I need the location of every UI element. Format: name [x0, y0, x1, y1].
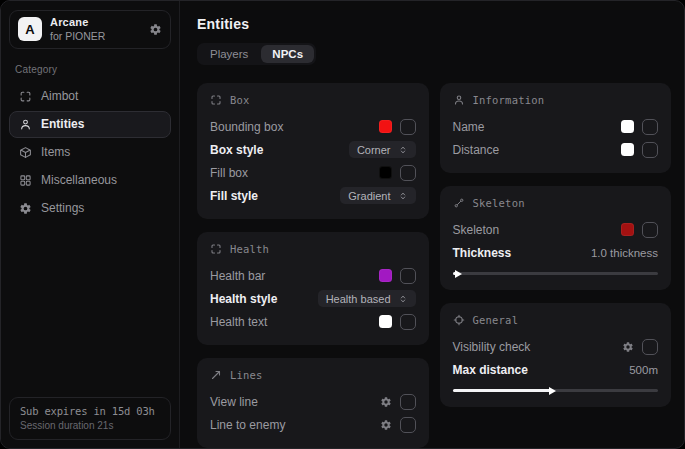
box-style-dropdown[interactable]: Corner [349, 141, 416, 158]
sidebar-item-items[interactable]: Items [9, 139, 171, 166]
diagonal-line-icon [210, 369, 222, 381]
thickness-slider[interactable] [453, 269, 659, 278]
slider-fill [453, 389, 552, 392]
setting-label: Health bar [210, 269, 265, 283]
brand-text: Arcane for PIONER [50, 16, 141, 43]
brand-subtitle: for PIONER [50, 30, 141, 43]
color-swatch[interactable] [621, 120, 634, 133]
sidebar-item-miscellaneous[interactable]: Miscellaneous [9, 167, 171, 194]
color-swatch[interactable] [379, 120, 392, 133]
checkbox[interactable] [400, 268, 416, 284]
entity-person-icon [19, 118, 32, 131]
sidebar-item-aimbot[interactable]: Aimbot [9, 83, 171, 110]
information-card: Information Name Distance [440, 83, 672, 173]
setting-row: Line to enemy [210, 413, 416, 436]
unfold-icon [398, 294, 408, 304]
dropdown-value: Corner [357, 144, 391, 156]
checkbox[interactable] [400, 314, 416, 330]
color-swatch[interactable] [379, 166, 392, 179]
person-icon [453, 94, 465, 106]
gear-icon[interactable] [380, 396, 392, 408]
slider-handle[interactable] [455, 270, 462, 278]
setting-label: Box style [210, 143, 263, 157]
max-distance-slider[interactable] [453, 386, 659, 395]
setting-row: View line [210, 390, 416, 413]
bone-icon [453, 197, 465, 209]
tab-bar: Players NPCs [197, 43, 316, 65]
color-swatch[interactable] [621, 143, 634, 156]
brand-card: A Arcane for PIONER [9, 10, 171, 49]
subscription-box: Sub expires in 15d 03h Session duration … [9, 397, 171, 440]
dropdown-value: Health based [326, 293, 391, 305]
sidebar-item-label: Entities [41, 117, 84, 131]
page-title: Entities [197, 16, 671, 32]
checkbox[interactable] [642, 142, 658, 158]
gear-icon [19, 202, 32, 215]
unfold-icon [398, 145, 408, 155]
skeleton-card: Skeleton Skeleton Thickness 1.0 thicknes… [440, 186, 672, 290]
setting-row: Box style Corner [210, 138, 416, 161]
unfold-icon [398, 191, 408, 201]
brackets-icon [210, 243, 222, 255]
setting-row: Bounding box [210, 115, 416, 138]
setting-row: Health text [210, 310, 416, 333]
card-title: General [473, 314, 519, 326]
slider-value: 500m [629, 364, 658, 376]
card-title: Box [230, 94, 250, 106]
sidebar-item-label: Aimbot [41, 89, 78, 103]
category-label: Category [15, 64, 165, 75]
setting-label: Thickness [453, 246, 512, 260]
main-content: Entities Players NPCs Box Bounding box [180, 1, 684, 448]
setting-label: Distance [453, 143, 500, 157]
slider-handle[interactable] [549, 387, 556, 395]
sidebar-item-label: Settings [41, 201, 84, 215]
sidebar-nav: Aimbot Entities Items Miscellaneous [9, 83, 171, 222]
gear-icon[interactable] [380, 419, 392, 431]
checkbox[interactable] [400, 119, 416, 135]
grid-icon [19, 174, 32, 187]
crosshair-icon [453, 314, 465, 326]
checkbox[interactable] [642, 222, 658, 238]
right-column: Information Name Distance [440, 83, 672, 407]
session-duration-text: Session duration 21s [20, 420, 160, 431]
setting-row: Fill style Gradient [210, 184, 416, 207]
crosshair-scan-icon [19, 90, 32, 103]
brand-logo: A [18, 17, 42, 41]
brackets-icon [210, 94, 222, 106]
tab-players[interactable]: Players [199, 45, 259, 63]
app-window: A Arcane for PIONER Category Aimbot [0, 0, 685, 449]
setting-label: Health text [210, 315, 267, 329]
gear-icon[interactable] [622, 341, 634, 353]
checkbox[interactable] [400, 165, 416, 181]
brand-name: Arcane [50, 16, 141, 30]
sidebar-item-label: Items [41, 145, 70, 159]
color-swatch[interactable] [379, 269, 392, 282]
sidebar: A Arcane for PIONER Category Aimbot [1, 1, 180, 448]
setting-label: Fill style [210, 189, 258, 203]
checkbox[interactable] [400, 394, 416, 410]
setting-label: Line to enemy [210, 418, 285, 432]
setting-label: Bounding box [210, 120, 283, 134]
checkbox[interactable] [642, 339, 658, 355]
setting-label: View line [210, 395, 258, 409]
setting-label: Max distance [453, 363, 528, 377]
gear-icon[interactable] [149, 23, 162, 36]
left-column: Box Bounding box Box style Corner [197, 83, 429, 448]
sidebar-item-settings[interactable]: Settings [9, 195, 171, 222]
slider-track[interactable] [453, 272, 659, 275]
checkbox[interactable] [642, 119, 658, 135]
dropdown-value: Gradient [348, 190, 390, 202]
sidebar-item-entities[interactable]: Entities [9, 111, 171, 138]
checkbox[interactable] [400, 417, 416, 433]
color-swatch[interactable] [621, 223, 634, 236]
setting-label: Health style [210, 292, 277, 306]
color-swatch[interactable] [379, 315, 392, 328]
tab-npcs[interactable]: NPCs [261, 45, 314, 63]
setting-row: Skeleton [453, 218, 659, 241]
setting-row: Fill box [210, 161, 416, 184]
general-card: General Visibility check Max distance 50… [440, 303, 672, 407]
slider-value: 1.0 thickness [591, 247, 658, 259]
fill-style-dropdown[interactable]: Gradient [340, 187, 415, 204]
health-style-dropdown[interactable]: Health based [318, 290, 416, 307]
card-title: Skeleton [473, 197, 525, 209]
